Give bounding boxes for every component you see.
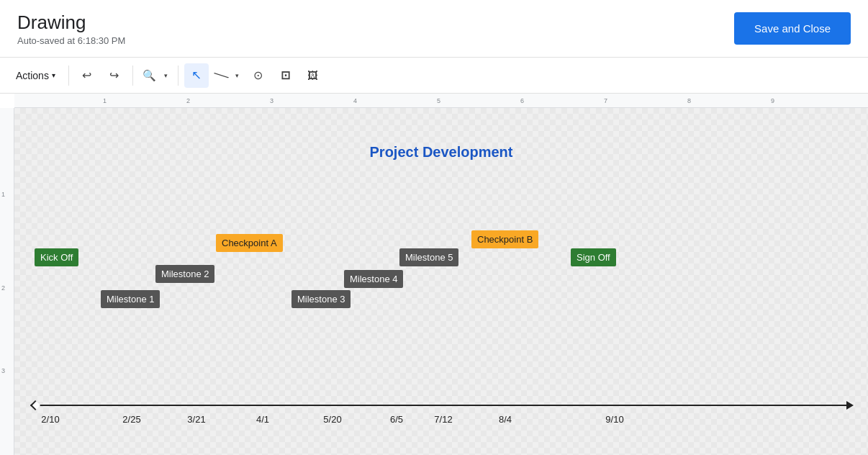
milestone2-box[interactable]: Milestone 2: [155, 265, 214, 283]
ruler-mark-3: 3: [270, 97, 273, 104]
date-label-0: 2/10: [41, 414, 59, 425]
line-tool-group: ╲ ▾: [212, 63, 243, 88]
milestone3-box[interactable]: Milestone 3: [291, 290, 351, 308]
select-tool-button[interactable]: ↖: [184, 63, 209, 88]
timeline-arrow: [35, 405, 848, 406]
milestone5-label: Milestone 5: [405, 252, 453, 263]
shape-icon: ⊙: [253, 68, 263, 82]
date-label-7: 8/4: [499, 414, 512, 425]
ruler-left: 1 2 3: [0, 108, 14, 455]
chart-title: Project Development: [370, 144, 513, 161]
canvas-container[interactable]: 1 2 3 1 2 3 4 5 6 7 8 9 Project Developm…: [0, 94, 868, 455]
image-tool-button[interactable]: 🖼: [301, 63, 325, 88]
date-label-1: 2/25: [122, 414, 140, 425]
ruler-left-mark-2: 2: [1, 284, 5, 292]
ruler-left-mark-1: 1: [1, 191, 5, 198]
line-icon: ╲: [214, 68, 230, 83]
select-icon: ↖: [191, 68, 202, 83]
ruler-mark-4: 4: [353, 97, 357, 104]
signoff-label: Sign Off: [577, 252, 610, 263]
checkpointa-box[interactable]: Checkpoint A: [216, 234, 283, 252]
checkpointb-box[interactable]: Checkpoint B: [471, 230, 538, 248]
date-label-5: 6/5: [390, 414, 403, 425]
milestone3-label: Milestone 3: [297, 294, 345, 305]
actions-label: Actions: [16, 70, 49, 81]
line-dropdown-button[interactable]: ▾: [232, 63, 243, 88]
milestone2-label: Milestone 2: [161, 269, 209, 279]
undo-icon: ↩: [82, 68, 91, 82]
date-label-4: 5/20: [323, 414, 341, 425]
ruler-mark-5: 5: [437, 97, 440, 104]
date-label-6: 7/12: [434, 414, 452, 425]
zoom-icon: 🔍: [143, 69, 156, 82]
autosave-status: Auto-saved at 6:18:30 PM: [17, 35, 125, 46]
line-tool-button[interactable]: ╲: [212, 63, 232, 88]
app-title: Drawing: [17, 12, 125, 34]
checkpointb-label: Checkpoint B: [477, 234, 533, 245]
date-label-8: 9/10: [605, 414, 623, 425]
milestone1-box[interactable]: Milestone 1: [101, 290, 160, 308]
toolbar-divider-2: [132, 66, 133, 86]
ruler-left-mark-3: 3: [1, 367, 5, 374]
header: Drawing Auto-saved at 6:18:30 PM Save an…: [0, 0, 868, 58]
signoff-box[interactable]: Sign Off: [571, 248, 616, 266]
ruler-mark-7: 7: [604, 97, 607, 104]
redo-button[interactable]: ↪: [102, 63, 127, 88]
image-icon: 🖼: [307, 69, 318, 81]
milestone4-label: Milestone 4: [350, 274, 397, 284]
ruler-mark-9: 9: [771, 97, 774, 104]
textbox-icon: ⊡: [281, 68, 290, 82]
toolbar: Actions ▾ ↩ ↪ 🔍 ▾ ↖ ╲ ▾ ⊙ ⊡ 🖼: [0, 58, 868, 94]
ruler-mark-1: 1: [103, 97, 107, 104]
toolbar-divider-1: [68, 66, 69, 86]
kickoff-label: Kick Off: [40, 252, 73, 263]
milestone4-box[interactable]: Milestone 4: [344, 270, 403, 288]
milestone1-label: Milestone 1: [107, 294, 154, 305]
checkpointa-label: Checkpoint A: [222, 238, 277, 248]
save-close-button[interactable]: Save and Close: [734, 12, 851, 45]
actions-menu-button[interactable]: Actions ▾: [9, 66, 63, 86]
actions-dropdown-icon: ▾: [52, 71, 55, 79]
zoom-group: 🔍 ▾: [139, 63, 172, 88]
ruler-top: 1 2 3 4 5 6 7 8 9: [14, 94, 868, 108]
date-label-3: 4/1: [256, 414, 269, 425]
textbox-tool-button[interactable]: ⊡: [273, 63, 298, 88]
toolbar-divider-3: [178, 66, 178, 86]
ruler-mark-2: 2: [186, 97, 190, 104]
redo-icon: ↪: [109, 68, 119, 82]
zoom-dropdown-button[interactable]: ▾: [161, 63, 172, 88]
zoom-button[interactable]: 🔍: [139, 63, 161, 88]
shape-tool-button[interactable]: ⊙: [246, 63, 271, 88]
ruler-mark-8: 8: [687, 97, 691, 104]
date-label-2: 3/21: [187, 414, 205, 425]
milestone5-box[interactable]: Milestone 5: [399, 248, 458, 266]
header-left: Drawing Auto-saved at 6:18:30 PM: [17, 12, 125, 46]
ruler-mark-6: 6: [520, 97, 524, 104]
drawing-canvas[interactable]: Project Development Kick Off Milestone 1…: [14, 108, 868, 455]
kickoff-box[interactable]: Kick Off: [35, 248, 78, 266]
undo-button[interactable]: ↩: [75, 63, 99, 88]
